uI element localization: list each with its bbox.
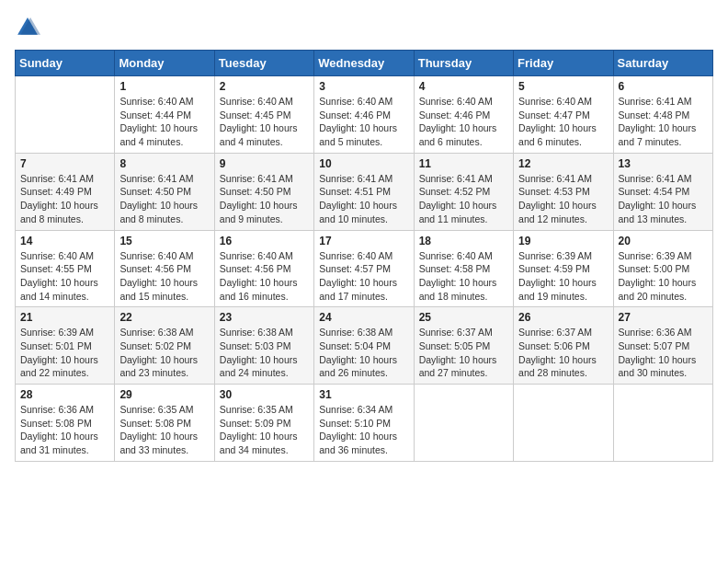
day-number: 3 <box>319 80 408 93</box>
day-number: 30 <box>220 388 309 401</box>
day-number: 24 <box>319 311 408 324</box>
calendar-header-tuesday: Tuesday <box>214 51 313 76</box>
day-info: Sunrise: 6:41 AMSunset: 4:49 PMDaylight:… <box>20 172 109 226</box>
calendar-cell: 10Sunrise: 6:41 AMSunset: 4:51 PMDayligh… <box>314 153 414 230</box>
day-number: 28 <box>20 388 109 401</box>
calendar-cell: 21Sunrise: 6:39 AMSunset: 5:01 PMDayligh… <box>16 307 115 385</box>
logo <box>15 15 44 40</box>
calendar-cell: 2Sunrise: 6:40 AMSunset: 4:45 PMDaylight… <box>214 76 313 154</box>
day-info: Sunrise: 6:41 AMSunset: 4:50 PMDaylight:… <box>119 172 209 226</box>
day-number: 22 <box>119 311 209 324</box>
day-info: Sunrise: 6:41 AMSunset: 4:53 PMDaylight:… <box>518 172 608 226</box>
calendar-cell: 17Sunrise: 6:40 AMSunset: 4:57 PMDayligh… <box>314 230 414 307</box>
day-number: 2 <box>220 80 309 93</box>
day-number: 31 <box>319 388 408 401</box>
day-info: Sunrise: 6:40 AMSunset: 4:58 PMDaylight:… <box>419 249 508 304</box>
calendar-cell: 22Sunrise: 6:38 AMSunset: 5:02 PMDayligh… <box>115 307 214 385</box>
day-number: 7 <box>20 157 109 170</box>
day-number: 12 <box>518 157 608 170</box>
day-info: Sunrise: 6:40 AMSunset: 4:46 PMDaylight:… <box>319 95 408 149</box>
calendar-header-row: SundayMondayTuesdayWednesdayThursdayFrid… <box>16 51 713 76</box>
day-number: 18 <box>419 235 508 247</box>
calendar-cell <box>514 385 613 462</box>
calendar-cell: 30Sunrise: 6:35 AMSunset: 5:09 PMDayligh… <box>214 385 313 462</box>
calendar-header-thursday: Thursday <box>414 51 513 76</box>
day-info: Sunrise: 6:35 AMSunset: 5:09 PMDaylight:… <box>220 403 309 457</box>
calendar-header-friday: Friday <box>514 51 613 76</box>
day-info: Sunrise: 6:40 AMSunset: 4:45 PMDaylight:… <box>220 95 309 149</box>
day-number: 19 <box>518 235 608 247</box>
calendar-cell: 18Sunrise: 6:40 AMSunset: 4:58 PMDayligh… <box>414 230 513 307</box>
calendar-table: SundayMondayTuesdayWednesdayThursdayFrid… <box>15 50 713 462</box>
day-number: 1 <box>119 80 209 93</box>
calendar-cell: 5Sunrise: 6:40 AMSunset: 4:47 PMDaylight… <box>514 76 613 154</box>
day-number: 21 <box>20 311 109 324</box>
day-info: Sunrise: 6:37 AMSunset: 5:05 PMDaylight:… <box>419 326 508 380</box>
day-info: Sunrise: 6:40 AMSunset: 4:56 PMDaylight:… <box>119 249 209 304</box>
day-number: 27 <box>619 311 708 324</box>
calendar-cell: 26Sunrise: 6:37 AMSunset: 5:06 PMDayligh… <box>514 307 613 385</box>
calendar-cell: 14Sunrise: 6:40 AMSunset: 4:55 PMDayligh… <box>16 230 115 307</box>
day-number: 10 <box>319 157 408 170</box>
calendar-week-row: 28Sunrise: 6:36 AMSunset: 5:08 PMDayligh… <box>16 385 713 462</box>
day-info: Sunrise: 6:40 AMSunset: 4:47 PMDaylight:… <box>518 95 608 149</box>
calendar-cell: 12Sunrise: 6:41 AMSunset: 4:53 PMDayligh… <box>514 153 613 230</box>
day-number: 23 <box>220 311 309 324</box>
day-number: 25 <box>419 311 508 324</box>
day-info: Sunrise: 6:41 AMSunset: 4:50 PMDaylight:… <box>220 172 309 226</box>
day-number: 5 <box>518 80 608 93</box>
day-number: 17 <box>319 235 408 247</box>
day-info: Sunrise: 6:34 AMSunset: 5:10 PMDaylight:… <box>319 403 408 457</box>
calendar-cell: 1Sunrise: 6:40 AMSunset: 4:44 PMDaylight… <box>115 76 214 154</box>
day-info: Sunrise: 6:38 AMSunset: 5:02 PMDaylight:… <box>119 326 209 380</box>
day-number: 9 <box>220 157 309 170</box>
day-info: Sunrise: 6:38 AMSunset: 5:03 PMDaylight:… <box>220 326 309 380</box>
calendar-week-row: 14Sunrise: 6:40 AMSunset: 4:55 PMDayligh… <box>16 230 713 307</box>
calendar-week-row: 21Sunrise: 6:39 AMSunset: 5:01 PMDayligh… <box>16 307 713 385</box>
day-info: Sunrise: 6:41 AMSunset: 4:48 PMDaylight:… <box>619 95 708 149</box>
calendar-cell: 4Sunrise: 6:40 AMSunset: 4:46 PMDaylight… <box>414 76 513 154</box>
calendar-cell: 11Sunrise: 6:41 AMSunset: 4:52 PMDayligh… <box>414 153 513 230</box>
calendar-cell: 15Sunrise: 6:40 AMSunset: 4:56 PMDayligh… <box>115 230 214 307</box>
calendar-cell: 6Sunrise: 6:41 AMSunset: 4:48 PMDaylight… <box>613 76 712 154</box>
day-info: Sunrise: 6:41 AMSunset: 4:52 PMDaylight:… <box>419 172 508 226</box>
generalblue-logo-icon <box>15 15 40 40</box>
calendar-cell: 8Sunrise: 6:41 AMSunset: 4:50 PMDaylight… <box>115 153 214 230</box>
day-number: 14 <box>20 235 109 247</box>
day-number: 26 <box>518 311 608 324</box>
calendar-cell: 23Sunrise: 6:38 AMSunset: 5:03 PMDayligh… <box>214 307 313 385</box>
day-info: Sunrise: 6:37 AMSunset: 5:06 PMDaylight:… <box>518 326 608 380</box>
day-number: 16 <box>220 235 309 247</box>
day-info: Sunrise: 6:40 AMSunset: 4:44 PMDaylight:… <box>119 95 209 149</box>
calendar-cell <box>613 385 712 462</box>
day-number: 29 <box>119 388 209 401</box>
calendar-body: 1Sunrise: 6:40 AMSunset: 4:44 PMDaylight… <box>16 76 713 462</box>
day-number: 13 <box>619 157 708 170</box>
calendar-cell <box>414 385 513 462</box>
calendar-cell: 24Sunrise: 6:38 AMSunset: 5:04 PMDayligh… <box>314 307 414 385</box>
calendar-week-row: 1Sunrise: 6:40 AMSunset: 4:44 PMDaylight… <box>16 76 713 154</box>
calendar-header-wednesday: Wednesday <box>314 51 414 76</box>
day-number: 8 <box>119 157 209 170</box>
day-info: Sunrise: 6:39 AMSunset: 4:59 PMDaylight:… <box>518 249 608 304</box>
calendar-cell: 25Sunrise: 6:37 AMSunset: 5:05 PMDayligh… <box>414 307 513 385</box>
calendar-header-saturday: Saturday <box>613 51 712 76</box>
calendar-cell: 7Sunrise: 6:41 AMSunset: 4:49 PMDaylight… <box>16 153 115 230</box>
day-info: Sunrise: 6:39 AMSunset: 5:01 PMDaylight:… <box>20 326 109 380</box>
calendar-cell: 29Sunrise: 6:35 AMSunset: 5:08 PMDayligh… <box>115 385 214 462</box>
calendar-cell: 16Sunrise: 6:40 AMSunset: 4:56 PMDayligh… <box>214 230 313 307</box>
day-number: 6 <box>619 80 708 93</box>
day-number: 15 <box>119 235 209 247</box>
calendar-cell: 27Sunrise: 6:36 AMSunset: 5:07 PMDayligh… <box>613 307 712 385</box>
day-info: Sunrise: 6:36 AMSunset: 5:08 PMDaylight:… <box>20 403 109 457</box>
calendar-cell: 31Sunrise: 6:34 AMSunset: 5:10 PMDayligh… <box>314 385 414 462</box>
day-number: 20 <box>619 235 708 247</box>
calendar-cell <box>16 76 115 154</box>
calendar-header-monday: Monday <box>115 51 214 76</box>
page-header <box>15 15 713 40</box>
calendar-cell: 20Sunrise: 6:39 AMSunset: 5:00 PMDayligh… <box>613 230 712 307</box>
day-info: Sunrise: 6:41 AMSunset: 4:51 PMDaylight:… <box>319 172 408 226</box>
calendar-cell: 3Sunrise: 6:40 AMSunset: 4:46 PMDaylight… <box>314 76 414 154</box>
calendar-header-sunday: Sunday <box>16 51 115 76</box>
day-info: Sunrise: 6:41 AMSunset: 4:54 PMDaylight:… <box>619 172 708 226</box>
